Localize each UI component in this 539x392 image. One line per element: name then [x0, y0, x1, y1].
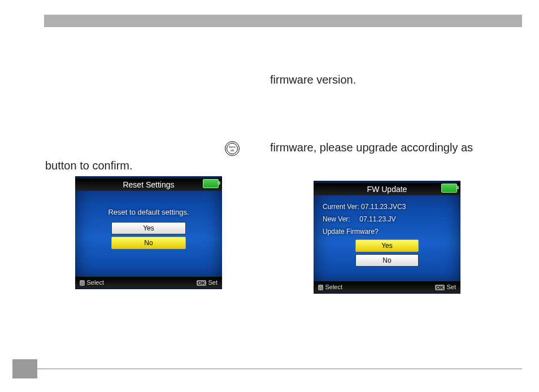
page-number-box [12, 359, 37, 378]
screenshot-fw-update: FW Update Current Ver: 07.11.23.JVC3 New… [314, 181, 460, 294]
reset-no-option[interactable]: No [111, 237, 186, 249]
hint-bar: ⌂Select OKSet [314, 281, 460, 293]
hint-bar: ⌂Select OKSet [75, 277, 222, 288]
ok-icon: OK [197, 280, 207, 286]
fw-question: Update Firmware? [323, 227, 451, 236]
screenshot-reset-settings: Reset Settings Reset to default settings… [75, 176, 222, 289]
fw-no-option[interactable]: No [355, 254, 419, 267]
func-ok-icon: func ok [225, 141, 240, 156]
hint-select: ⌂Select [80, 279, 104, 286]
screen-titlebar: Reset Settings [75, 178, 222, 191]
text-firmware-version: firmware version. [270, 73, 356, 86]
header-bar [44, 15, 522, 27]
screen-title: FW Update [367, 185, 407, 194]
dpad-icon: ⌂ [318, 285, 323, 290]
fw-current-ver: Current Ver: 07.11.23.JVC3 [323, 202, 451, 211]
reset-dialog: Reset to default settings. Yes No [84, 197, 213, 251]
footer-rule [37, 368, 522, 369]
text-firmware-upgrade: firmware, please upgrade accordingly as [270, 141, 473, 154]
fw-new-ver: New Ver: 07.11.23.JV [323, 215, 451, 224]
hint-select: ⌂Select [318, 284, 342, 290]
screen-title: Reset Settings [123, 180, 174, 189]
ok-icon: OK [435, 285, 445, 290]
reset-message: Reset to default settings. [84, 208, 213, 216]
fw-yes-option[interactable]: Yes [355, 239, 419, 252]
hint-set: OKSet [435, 284, 456, 290]
hint-set: OKSet [197, 279, 218, 286]
reset-yes-option[interactable]: Yes [111, 222, 186, 234]
battery-icon [203, 179, 219, 188]
text-button-confirm: button to confirm. [45, 159, 133, 172]
fw-dialog: Current Ver: 07.11.23.JVC3 New Ver: 07.1… [323, 201, 451, 269]
battery-icon [441, 184, 457, 193]
dpad-icon: ⌂ [80, 280, 85, 286]
screen-titlebar: FW Update [314, 183, 460, 195]
